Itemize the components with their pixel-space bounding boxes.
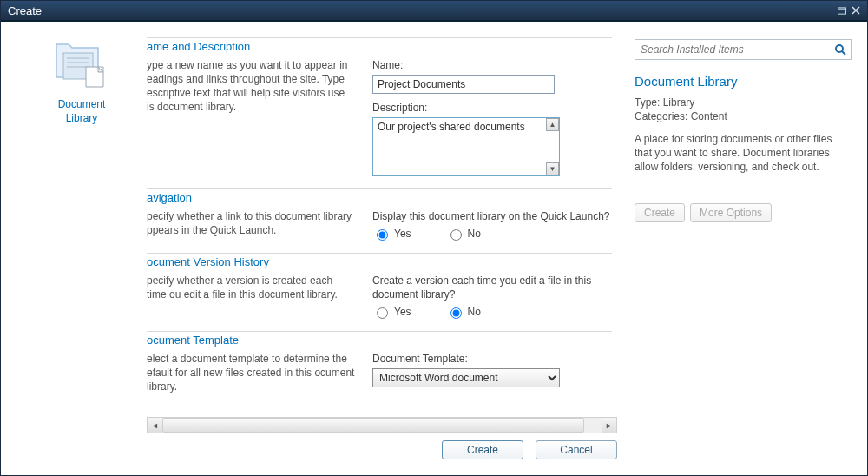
section-desc-navigation: pecify whether a link to this document l…	[147, 209, 372, 241]
window-controls	[838, 6, 860, 15]
name-label: Name:	[372, 58, 612, 72]
info-meta: Type: Library Categories: Content	[635, 96, 852, 123]
info-description: A place for storing documents or other f…	[635, 132, 852, 174]
create-button[interactable]: Create	[442, 440, 523, 459]
section-desc-version: pecify whether a version is created each…	[147, 274, 372, 319]
nav-yes-radio[interactable]: Yes	[372, 227, 411, 241]
section-title-version: ocument Version History	[147, 255, 612, 268]
svg-line-9	[842, 51, 845, 55]
section-desc-template: elect a document template to determine t…	[147, 352, 372, 393]
form-area: ame and Description ype a new name as yo…	[147, 37, 617, 393]
maximize-icon[interactable]	[838, 6, 846, 15]
library-type-panel: Document Library	[16, 37, 147, 459]
template-select[interactable]: Microsoft Word document	[372, 368, 560, 387]
scroll-left-icon[interactable]: ◄	[148, 418, 162, 433]
section-desc-name: ype a new name as you want it to appear …	[147, 58, 372, 176]
close-icon[interactable]	[852, 6, 860, 15]
navigation-question: Display this document library on the Qui…	[372, 209, 612, 223]
scrollbar-thumb[interactable]	[162, 418, 584, 433]
cancel-button[interactable]: Cancel	[536, 440, 617, 459]
template-label: Document Template:	[372, 352, 612, 366]
search-box	[635, 39, 852, 60]
document-library-icon	[51, 41, 112, 89]
search-input[interactable]	[635, 40, 830, 59]
info-create-button[interactable]: Create	[635, 203, 685, 222]
description-label: Description:	[372, 101, 612, 115]
version-no-radio[interactable]: No	[446, 305, 481, 319]
info-title: Document Library	[635, 74, 852, 89]
description-input[interactable]: Our project's shared documents	[373, 118, 546, 175]
horizontal-scrollbar[interactable]: ◄ ►	[147, 417, 617, 433]
section-title-name: ame and Description	[147, 40, 612, 53]
library-type-label: Document Library	[16, 97, 147, 125]
nav-no-radio[interactable]: No	[446, 227, 481, 241]
version-question: Create a version each time you edit a fi…	[372, 274, 612, 301]
scroll-down-icon[interactable]: ▼	[546, 162, 559, 175]
name-input[interactable]	[372, 75, 555, 94]
scrollbar-track[interactable]	[162, 418, 602, 433]
scroll-up-icon[interactable]: ▲	[546, 118, 559, 131]
version-yes-radio[interactable]: Yes	[372, 305, 411, 319]
info-more-options-button[interactable]: More Options	[690, 203, 772, 222]
titlebar: Create	[1, 1, 867, 22]
section-title-template: ocument Template	[147, 334, 612, 347]
scroll-right-icon[interactable]: ►	[602, 418, 616, 433]
window-title: Create	[8, 4, 42, 17]
svg-point-8	[836, 45, 843, 52]
search-icon[interactable]	[830, 40, 851, 59]
section-title-navigation: avigation	[147, 191, 612, 204]
